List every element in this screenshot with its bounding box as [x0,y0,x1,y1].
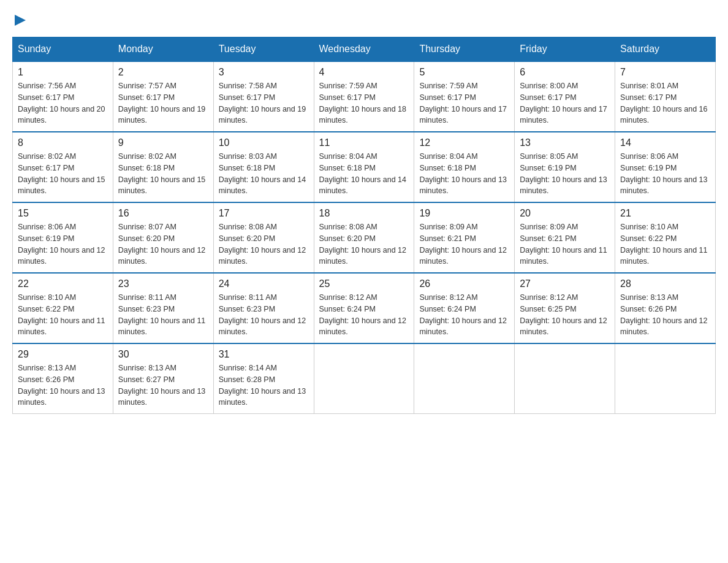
day-number: 28 [620,278,710,289]
calendar-cell: 10 Sunrise: 8:03 AMSunset: 6:18 PMDaylig… [213,132,314,202]
day-info: Sunrise: 8:05 AMSunset: 6:19 PMDaylight:… [520,151,610,197]
logo-arrow-icon [15,13,28,27]
calendar-cell: 7 Sunrise: 8:01 AMSunset: 6:17 PMDayligh… [615,61,716,132]
calendar-cell: 31 Sunrise: 8:14 AMSunset: 6:28 PMDaylig… [213,343,314,414]
header-sunday: Sunday [13,37,113,62]
header-saturday: Saturday [615,37,716,62]
day-info: Sunrise: 7:58 AMSunset: 6:17 PMDaylight:… [219,80,309,126]
page-header [12,12,716,25]
day-info: Sunrise: 7:56 AMSunset: 6:17 PMDaylight:… [18,80,108,126]
day-number: 7 [620,67,710,78]
day-number: 9 [118,137,208,148]
calendar-cell: 11 Sunrise: 8:04 AMSunset: 6:18 PMDaylig… [314,132,414,202]
day-info: Sunrise: 8:09 AMSunset: 6:21 PMDaylight:… [419,221,509,267]
header-thursday: Thursday [414,37,515,62]
calendar-cell: 6 Sunrise: 8:00 AMSunset: 6:17 PMDayligh… [515,61,615,132]
calendar-week-row: 15 Sunrise: 8:06 AMSunset: 6:19 PMDaylig… [13,202,716,273]
day-number: 20 [520,208,610,219]
calendar-cell: 18 Sunrise: 8:08 AMSunset: 6:20 PMDaylig… [314,202,414,273]
day-info: Sunrise: 8:14 AMSunset: 6:28 PMDaylight:… [219,362,309,408]
calendar-cell: 20 Sunrise: 8:09 AMSunset: 6:21 PMDaylig… [515,202,615,273]
day-number: 2 [118,67,208,78]
calendar-cell [414,343,515,414]
day-number: 26 [419,278,509,289]
calendar-cell: 30 Sunrise: 8:13 AMSunset: 6:27 PMDaylig… [113,343,213,414]
calendar-cell: 13 Sunrise: 8:05 AMSunset: 6:19 PMDaylig… [515,132,615,202]
calendar-cell: 25 Sunrise: 8:12 AMSunset: 6:24 PMDaylig… [314,273,414,343]
day-number: 27 [520,278,610,289]
day-info: Sunrise: 8:13 AMSunset: 6:26 PMDaylight:… [18,362,108,408]
calendar-week-row: 22 Sunrise: 8:10 AMSunset: 6:22 PMDaylig… [13,273,716,343]
day-number: 29 [18,349,108,360]
header-monday: Monday [113,37,213,62]
calendar-cell: 8 Sunrise: 8:02 AMSunset: 6:17 PMDayligh… [13,132,113,202]
calendar-cell: 2 Sunrise: 7:57 AMSunset: 6:17 PMDayligh… [113,61,213,132]
day-info: Sunrise: 8:03 AMSunset: 6:18 PMDaylight:… [219,151,309,197]
day-number: 22 [18,278,108,289]
day-number: 8 [18,137,108,148]
day-info: Sunrise: 7:59 AMSunset: 6:17 PMDaylight:… [419,80,509,126]
day-number: 11 [319,137,409,148]
day-number: 31 [219,349,309,360]
header-wednesday: Wednesday [314,37,414,62]
calendar-cell: 23 Sunrise: 8:11 AMSunset: 6:23 PMDaylig… [113,273,213,343]
day-number: 3 [219,67,309,78]
day-number: 10 [219,137,309,148]
calendar-cell: 15 Sunrise: 8:06 AMSunset: 6:19 PMDaylig… [13,202,113,273]
day-info: Sunrise: 8:01 AMSunset: 6:17 PMDaylight:… [620,80,710,126]
calendar-cell: 14 Sunrise: 8:06 AMSunset: 6:19 PMDaylig… [615,132,716,202]
day-number: 6 [520,67,610,78]
day-info: Sunrise: 8:04 AMSunset: 6:18 PMDaylight:… [319,151,409,197]
header-tuesday: Tuesday [213,37,314,62]
day-number: 13 [520,137,610,148]
day-info: Sunrise: 8:10 AMSunset: 6:22 PMDaylight:… [18,292,108,338]
day-info: Sunrise: 8:13 AMSunset: 6:27 PMDaylight:… [118,362,208,408]
calendar-header-row: SundayMondayTuesdayWednesdayThursdayFrid… [13,37,716,62]
day-info: Sunrise: 8:11 AMSunset: 6:23 PMDaylight:… [219,292,309,338]
day-info: Sunrise: 8:08 AMSunset: 6:20 PMDaylight:… [219,221,309,267]
calendar-cell [615,343,716,414]
day-number: 30 [118,349,208,360]
day-number: 24 [219,278,309,289]
day-info: Sunrise: 8:10 AMSunset: 6:22 PMDaylight:… [620,221,710,267]
day-info: Sunrise: 8:08 AMSunset: 6:20 PMDaylight:… [319,221,409,267]
day-number: 1 [18,67,108,78]
calendar-cell: 5 Sunrise: 7:59 AMSunset: 6:17 PMDayligh… [414,61,515,132]
calendar-week-row: 1 Sunrise: 7:56 AMSunset: 6:17 PMDayligh… [13,61,716,132]
svg-marker-0 [15,15,26,26]
calendar-cell: 21 Sunrise: 8:10 AMSunset: 6:22 PMDaylig… [615,202,716,273]
day-number: 25 [319,278,409,289]
calendar-cell: 3 Sunrise: 7:58 AMSunset: 6:17 PMDayligh… [213,61,314,132]
day-number: 21 [620,208,710,219]
day-info: Sunrise: 8:12 AMSunset: 6:25 PMDaylight:… [520,292,610,338]
calendar-cell: 12 Sunrise: 8:04 AMSunset: 6:18 PMDaylig… [414,132,515,202]
calendar-cell: 16 Sunrise: 8:07 AMSunset: 6:20 PMDaylig… [113,202,213,273]
calendar-week-row: 8 Sunrise: 8:02 AMSunset: 6:17 PMDayligh… [13,132,716,202]
day-number: 4 [319,67,409,78]
day-info: Sunrise: 8:00 AMSunset: 6:17 PMDaylight:… [520,80,610,126]
calendar-cell [314,343,414,414]
day-number: 16 [118,208,208,219]
calendar-cell: 1 Sunrise: 7:56 AMSunset: 6:17 PMDayligh… [13,61,113,132]
day-info: Sunrise: 8:11 AMSunset: 6:23 PMDaylight:… [118,292,208,338]
day-info: Sunrise: 8:12 AMSunset: 6:24 PMDaylight:… [419,292,509,338]
day-info: Sunrise: 8:06 AMSunset: 6:19 PMDaylight:… [18,221,108,267]
calendar-cell: 26 Sunrise: 8:12 AMSunset: 6:24 PMDaylig… [414,273,515,343]
day-info: Sunrise: 8:07 AMSunset: 6:20 PMDaylight:… [118,221,208,267]
day-info: Sunrise: 8:06 AMSunset: 6:19 PMDaylight:… [620,151,710,197]
day-info: Sunrise: 7:57 AMSunset: 6:17 PMDaylight:… [118,80,208,126]
day-number: 19 [419,208,509,219]
day-number: 14 [620,137,710,148]
calendar-cell: 22 Sunrise: 8:10 AMSunset: 6:22 PMDaylig… [13,273,113,343]
calendar-cell [515,343,615,414]
day-number: 18 [319,208,409,219]
calendar-table: SundayMondayTuesdayWednesdayThursdayFrid… [12,37,716,414]
calendar-cell: 19 Sunrise: 8:09 AMSunset: 6:21 PMDaylig… [414,202,515,273]
day-number: 23 [118,278,208,289]
day-info: Sunrise: 8:12 AMSunset: 6:24 PMDaylight:… [319,292,409,338]
header-friday: Friday [515,37,615,62]
day-number: 15 [18,208,108,219]
day-info: Sunrise: 7:59 AMSunset: 6:17 PMDaylight:… [319,80,409,126]
calendar-cell: 9 Sunrise: 8:02 AMSunset: 6:18 PMDayligh… [113,132,213,202]
calendar-cell: 27 Sunrise: 8:12 AMSunset: 6:25 PMDaylig… [515,273,615,343]
